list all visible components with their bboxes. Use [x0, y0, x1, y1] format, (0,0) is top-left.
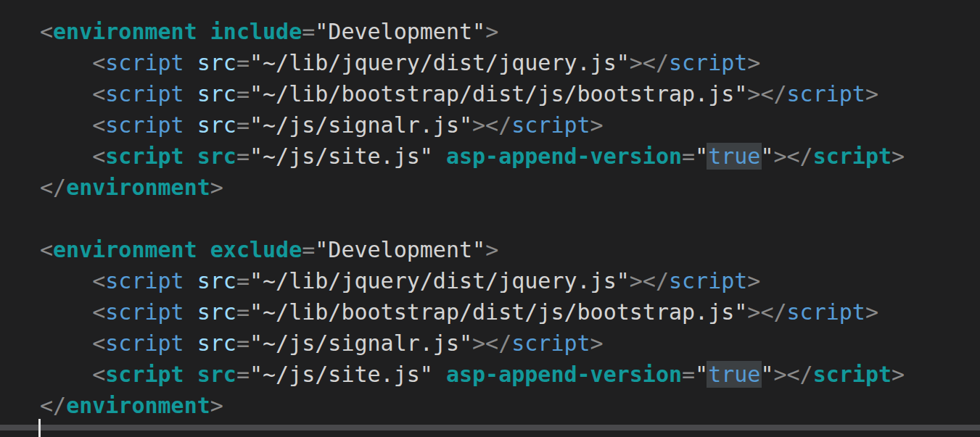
text-cursor	[38, 419, 41, 437]
code-token: ></	[747, 81, 786, 107]
code-line: <script src="~/js/signalr.js"></script>	[40, 109, 905, 141]
code-token: ></	[773, 143, 812, 169]
code-line: <script src="~/js/site.js" asp-append-ve…	[40, 359, 905, 390]
code-token: script	[669, 50, 747, 75]
code-token: src	[197, 112, 236, 138]
code-token: script	[105, 268, 184, 294]
code-token	[184, 143, 197, 169]
code-token: script	[105, 112, 184, 138]
code-token: "~/lib/jquery/dist/jquery.js"	[250, 50, 630, 75]
code-token: =	[236, 299, 250, 325]
code-token	[433, 143, 446, 169]
code-token: <	[40, 330, 105, 356]
code-line: <script src="~/lib/jquery/dist/jquery.js…	[40, 47, 905, 78]
code-token: src	[197, 362, 236, 387]
code-token: "~/js/site.js"	[250, 362, 433, 387]
code-token: script	[105, 299, 184, 325]
code-token: environment	[66, 393, 210, 418]
code-token: "~/js/site.js"	[250, 143, 433, 169]
code-line: </environment>	[40, 390, 905, 421]
code-token: script	[105, 330, 184, 356]
code-line: <script src="~/lib/jquery/dist/jquery.js…	[40, 265, 905, 296]
code-token: =	[682, 362, 695, 387]
code-editor: <environment include="Development"> <scr…	[0, 0, 980, 437]
code-token: >	[590, 112, 604, 138]
code-line: <environment include="Development">	[40, 16, 905, 47]
code-token	[184, 50, 197, 75]
code-token: >	[892, 362, 905, 387]
code-token: =	[302, 237, 315, 262]
code-token: ></	[630, 50, 669, 75]
code-token: script	[105, 143, 184, 169]
code-token	[184, 330, 197, 356]
code-token: =	[236, 362, 250, 387]
code-line	[40, 203, 905, 234]
code-token: ></	[472, 330, 511, 356]
horizontal-scrollbar-thumb[interactable]	[0, 425, 980, 430]
code-token: <	[40, 50, 105, 75]
code-token: <	[40, 81, 105, 107]
code-token: script	[813, 143, 892, 169]
code-line: </environment>	[40, 172, 905, 203]
code-token: script	[105, 362, 184, 387]
code-token: script	[105, 81, 184, 107]
code-token: >	[865, 299, 878, 325]
code-token: environment	[53, 19, 197, 44]
code-token: src	[197, 50, 236, 75]
code-token: >	[590, 330, 604, 356]
code-token: src	[197, 299, 236, 325]
code-token: src	[197, 268, 236, 294]
code-token: <	[40, 237, 53, 262]
code-token	[197, 19, 210, 44]
code-token: src	[197, 81, 236, 107]
code-token: =	[682, 143, 695, 169]
code-token: =	[236, 112, 250, 138]
highlighted-word: true	[707, 361, 762, 388]
code-token: >	[747, 50, 760, 75]
code-token: script	[787, 299, 865, 325]
code-line: <environment exclude="Development">	[40, 234, 905, 265]
code-token: >	[485, 19, 498, 44]
horizontal-scrollbar[interactable]	[0, 425, 980, 430]
code-token	[184, 299, 197, 325]
code-token: >	[210, 175, 223, 200]
code-line: <script src="~/lib/bootstrap/dist/js/boo…	[40, 78, 905, 109]
code-token: exclude	[210, 237, 302, 262]
code-token: src	[197, 330, 236, 356]
code-token: =	[236, 143, 250, 169]
code-token: environment	[66, 175, 210, 200]
code-token: ></	[472, 112, 511, 138]
code-token: script	[813, 362, 892, 387]
code-token: "	[760, 362, 773, 387]
code-token: script	[511, 330, 590, 356]
code-token: ></	[630, 268, 669, 294]
code-token: "~/lib/bootstrap/dist/js/bootstrap.js"	[250, 81, 747, 107]
code-token: </	[40, 175, 66, 200]
code-token: >	[210, 393, 223, 418]
code-token: >	[865, 81, 878, 107]
code-token	[184, 268, 197, 294]
code-token: ></	[773, 362, 812, 387]
code-editor-content[interactable]: <environment include="Development"> <scr…	[0, 0, 905, 421]
code-token: =	[236, 330, 250, 356]
code-token: <	[40, 112, 105, 138]
highlighted-word: true	[707, 143, 762, 170]
code-token	[184, 362, 197, 387]
code-token: "~/js/signalr.js"	[250, 330, 472, 356]
code-token: ></	[747, 299, 786, 325]
code-line: <script src="~/js/site.js" asp-append-ve…	[40, 141, 905, 172]
code-token	[197, 237, 210, 262]
code-token: <	[40, 268, 105, 294]
code-token: >	[485, 237, 498, 262]
code-token: "Development"	[315, 237, 485, 262]
code-token: script	[787, 81, 865, 107]
code-token: "Development"	[315, 19, 485, 44]
code-token: script	[511, 112, 590, 138]
code-token: <	[40, 362, 105, 387]
code-token: <	[40, 19, 53, 44]
code-token: "	[760, 143, 773, 169]
code-token: =	[236, 81, 250, 107]
code-token: script	[105, 50, 184, 75]
code-token: asp-append-version	[446, 143, 682, 169]
code-token: =	[302, 19, 315, 44]
